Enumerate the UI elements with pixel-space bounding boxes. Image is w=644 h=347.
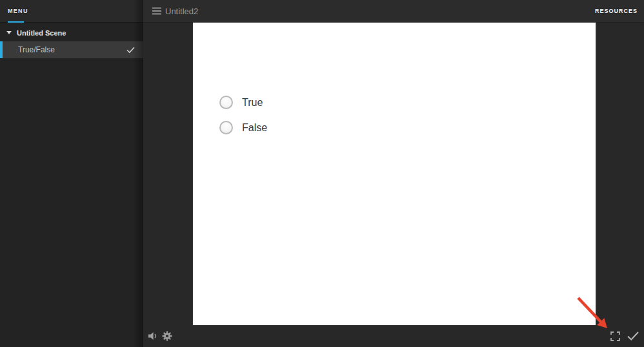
submit-check-icon[interactable] (627, 331, 639, 341)
sidebar: MENU Untitled Scene True/False (0, 0, 143, 347)
answer-option-label: False (242, 122, 267, 134)
sidebar-scene-row[interactable]: Untitled Scene (0, 24, 143, 41)
radio-button-icon[interactable] (219, 121, 233, 134)
resources-button[interactable]: RESOURCES (595, 8, 638, 14)
sidebar-menu-header: MENU (0, 0, 143, 23)
answer-option-true[interactable]: True (219, 96, 263, 109)
menu-tab-label[interactable]: MENU (8, 8, 28, 14)
check-icon (126, 47, 135, 54)
project-title: Untitled2 (165, 6, 198, 16)
fullscreen-icon[interactable] (610, 331, 620, 341)
answer-option-label: True (242, 97, 263, 109)
gear-icon[interactable] (162, 331, 172, 341)
sidebar-item-true-false[interactable]: True/False (0, 41, 143, 58)
slide-stage: True False (193, 23, 596, 325)
answer-option-false[interactable]: False (219, 121, 267, 134)
player-topbar: Untitled2 (143, 0, 644, 22)
volume-icon[interactable] (148, 331, 158, 341)
radio-button-icon[interactable] (219, 96, 233, 109)
chevron-down-icon (6, 31, 12, 34)
menu-tab-indicator (8, 21, 24, 23)
scene-label: Untitled Scene (17, 29, 66, 37)
hamburger-menu-icon[interactable] (152, 7, 161, 15)
slide-label: True/False (18, 45, 55, 54)
